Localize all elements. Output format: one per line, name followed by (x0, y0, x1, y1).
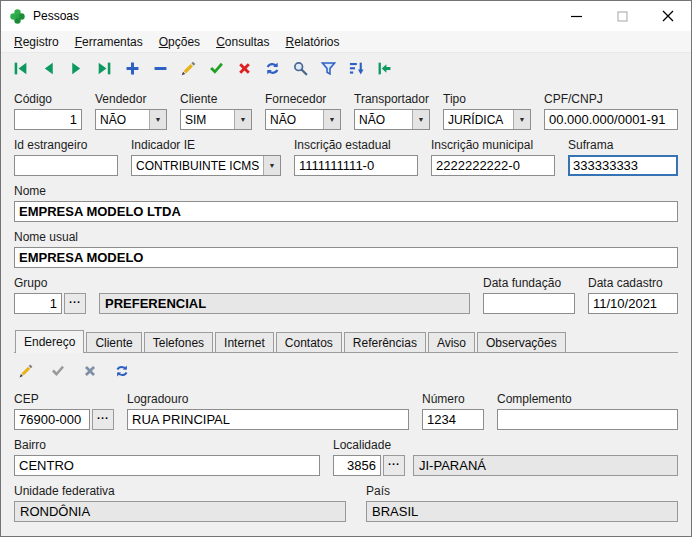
address-confirm-icon[interactable] (48, 362, 67, 381)
localidade-label: Localidade (333, 438, 407, 452)
address-cancel-icon[interactable] (80, 362, 99, 381)
inscricao-municipal-label: Inscrição municipal (431, 138, 555, 152)
numero-input[interactable] (422, 409, 484, 430)
tab-cliente[interactable]: Cliente (86, 332, 141, 352)
field-tipo: Tipo JURÍDICA ▼ (443, 92, 531, 130)
close-icon (662, 10, 674, 22)
tipo-label: Tipo (443, 92, 531, 106)
address-refresh-icon[interactable] (112, 362, 131, 381)
last-record-icon[interactable] (95, 59, 114, 78)
tab-endereco[interactable]: Endereço (15, 330, 84, 353)
menu-registro[interactable]: Registro (6, 32, 67, 52)
insert-icon[interactable] (123, 59, 142, 78)
field-id-estrangeiro: Id estrangeiro (14, 138, 118, 176)
delete-icon[interactable] (151, 59, 170, 78)
next-record-icon[interactable] (67, 59, 86, 78)
bairro-input[interactable] (14, 455, 320, 476)
address-row-1: CEP ... Logradouro Número Complemento (14, 392, 678, 430)
complemento-input[interactable] (497, 409, 678, 430)
form-row-nome: Nome (14, 184, 678, 222)
bairro-label: Bairro (14, 438, 320, 452)
suframa-input[interactable] (568, 155, 678, 176)
address-row-2: Bairro Localidade ... JI-PARANÁ (14, 438, 678, 476)
menubar: Registro Ferramentas Opções Consultas Re… (1, 31, 691, 53)
minimize-button[interactable] (553, 1, 599, 31)
logradouro-label: Logradouro (127, 392, 409, 406)
menu-consultas[interactable]: Consultas (208, 32, 277, 52)
codigo-input[interactable] (14, 109, 82, 130)
filter-icon[interactable] (319, 59, 338, 78)
address-edit-icon[interactable] (16, 362, 35, 381)
nome-input[interactable] (14, 201, 678, 222)
id-estrangeiro-input[interactable] (14, 155, 118, 176)
transportador-label: Transportador (354, 92, 430, 106)
transportador-value: NÃO (355, 110, 412, 129)
cliente-select[interactable]: SIM ▼ (180, 109, 252, 130)
first-record-icon[interactable] (11, 59, 30, 78)
confirm-icon[interactable] (207, 59, 226, 78)
tab-internet[interactable]: Internet (215, 332, 274, 352)
fornecedor-dropdown-arrow-icon[interactable]: ▼ (323, 110, 340, 129)
vendedor-select[interactable]: NÃO ▼ (95, 109, 167, 130)
cep-input[interactable] (14, 409, 90, 430)
fornecedor-select[interactable]: NÃO ▼ (265, 109, 341, 130)
tab-telefones[interactable]: Telefones (144, 332, 213, 352)
tab-aviso[interactable]: Aviso (428, 332, 475, 352)
sort-icon[interactable] (347, 59, 366, 78)
unidade-federativa-label: Unidade federativa (14, 484, 346, 498)
cep-lookup-button[interactable]: ... (92, 409, 114, 430)
maximize-button[interactable] (599, 1, 645, 31)
close-button[interactable] (645, 1, 691, 31)
field-suframa: Suframa (568, 138, 678, 176)
indicador-ie-select[interactable]: CONTRIBUINTE ICMS ▼ (131, 155, 281, 176)
unidade-federativa-display: RONDÔNIA (14, 501, 346, 522)
cliente-dropdown-arrow-icon[interactable]: ▼ (234, 110, 251, 129)
titlebar: Pessoas (1, 1, 691, 31)
inscricao-estadual-input[interactable] (294, 155, 418, 176)
window-title: Pessoas (33, 9, 79, 23)
field-data-cadastro: Data cadastro (588, 276, 678, 314)
grupo-lookup-button[interactable]: ... (64, 293, 86, 314)
field-pais: País BRASIL (366, 484, 678, 522)
data-fundacao-label: Data fundação (483, 276, 575, 290)
tipo-select[interactable]: JURÍDICA ▼ (443, 109, 531, 130)
field-logradouro: Logradouro (127, 392, 409, 430)
tab-referencias[interactable]: Referências (344, 332, 426, 352)
grupo-label: Grupo (14, 276, 86, 290)
inscricao-municipal-input[interactable] (431, 155, 555, 176)
complemento-label: Complemento (497, 392, 678, 406)
localidade-lookup-button[interactable]: ... (383, 455, 405, 476)
data-fundacao-input[interactable] (483, 293, 575, 314)
edit-icon[interactable] (179, 59, 198, 78)
grupo-code-input[interactable] (14, 293, 62, 314)
cancel-icon[interactable] (235, 59, 254, 78)
nome-usual-label: Nome usual (14, 230, 678, 244)
vendedor-dropdown-arrow-icon[interactable]: ▼ (149, 110, 166, 129)
menu-relatorios[interactable]: Relatórios (278, 32, 348, 52)
tab-contatos[interactable]: Contatos (276, 332, 342, 352)
suframa-label: Suframa (568, 138, 678, 152)
indicador-ie-dropdown-arrow-icon[interactable]: ▼ (263, 156, 280, 175)
menu-ferramentas[interactable]: Ferramentas (67, 32, 151, 52)
form-row-nome-usual: Nome usual (14, 230, 678, 268)
logradouro-input[interactable] (127, 409, 409, 430)
cpf-cnpj-input[interactable] (544, 109, 678, 130)
transportador-dropdown-arrow-icon[interactable]: ▼ (412, 110, 429, 129)
grupo-name-display: PREFERENCIAL (99, 293, 470, 314)
data-cadastro-input[interactable] (588, 293, 678, 314)
menu-opcoes[interactable]: Opções (151, 32, 208, 52)
form-row-2: Id estrangeiro Indicador IE CONTRIBUINTE… (14, 138, 678, 176)
exit-icon[interactable] (375, 59, 394, 78)
refresh-icon[interactable] (263, 59, 282, 78)
fornecedor-label: Fornecedor (265, 92, 341, 106)
tipo-value: JURÍDICA (444, 110, 513, 129)
previous-record-icon[interactable] (39, 59, 58, 78)
search-icon[interactable] (291, 59, 310, 78)
tab-observacoes[interactable]: Observações (477, 332, 566, 352)
form-row-grupo: Grupo ... PREFERENCIAL Data fundação Dat… (14, 276, 678, 314)
localidade-code-input[interactable] (333, 455, 381, 476)
tipo-dropdown-arrow-icon[interactable]: ▼ (513, 110, 530, 129)
transportador-select[interactable]: NÃO ▼ (354, 109, 430, 130)
nome-usual-input[interactable] (14, 247, 678, 268)
field-cliente: Cliente SIM ▼ (180, 92, 252, 130)
